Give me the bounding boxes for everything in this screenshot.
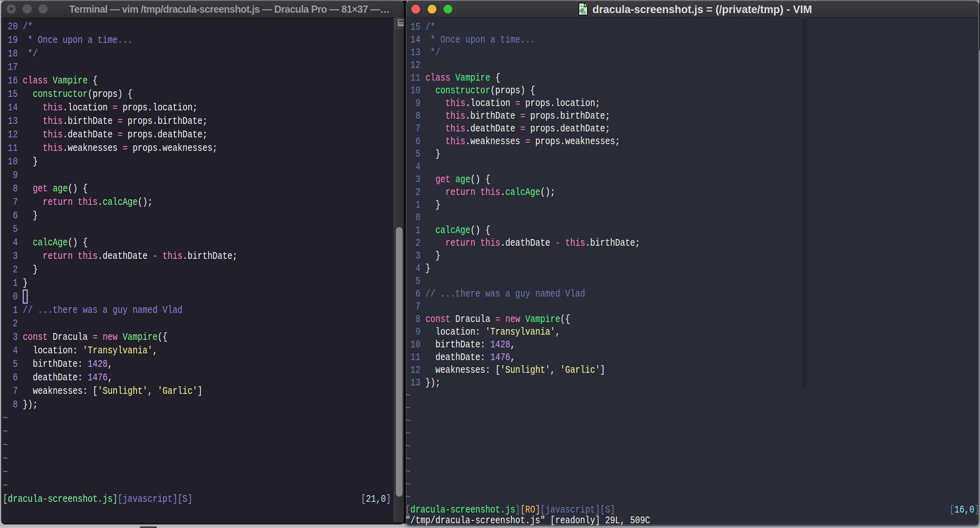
svg-text:JS: JS (581, 11, 586, 15)
